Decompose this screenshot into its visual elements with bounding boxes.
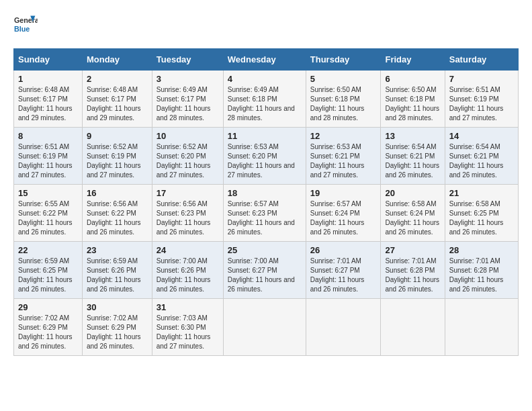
calendar-cell: 13Sunrise: 6:54 AM Sunset: 6:21 PM Dayli… [381, 128, 445, 185]
day-info: Sunrise: 7:00 AM Sunset: 6:27 PM Dayligh… [228, 257, 302, 294]
calendar-cell: 4Sunrise: 6:49 AM Sunset: 6:18 PM Daylig… [223, 71, 306, 128]
calendar-cell: 16Sunrise: 6:56 AM Sunset: 6:22 PM Dayli… [82, 185, 152, 242]
day-number: 27 [385, 245, 440, 255]
calendar-cell: 21Sunrise: 6:58 AM Sunset: 6:25 PM Dayli… [445, 185, 518, 242]
day-info: Sunrise: 6:50 AM Sunset: 6:18 PM Dayligh… [310, 85, 377, 123]
day-info: Sunrise: 6:56 AM Sunset: 6:23 PM Dayligh… [157, 199, 219, 237]
day-number: 9 [87, 131, 148, 141]
day-number: 1 [18, 74, 78, 84]
calendar-cell: 3Sunrise: 6:49 AM Sunset: 6:17 PM Daylig… [152, 71, 223, 128]
day-info: Sunrise: 7:00 AM Sunset: 6:26 PM Dayligh… [157, 257, 219, 294]
day-number: 24 [157, 245, 219, 255]
week-row-2: 8Sunrise: 6:51 AM Sunset: 6:19 PM Daylig… [14, 128, 519, 185]
day-info: Sunrise: 7:03 AM Sunset: 6:30 PM Dayligh… [157, 314, 219, 351]
calendar-cell: 23Sunrise: 6:59 AM Sunset: 6:26 PM Dayli… [82, 242, 152, 299]
calendar-cell: 2Sunrise: 6:48 AM Sunset: 6:17 PM Daylig… [82, 71, 152, 128]
calendar-cell [306, 299, 381, 356]
week-row-3: 15Sunrise: 6:55 AM Sunset: 6:22 PM Dayli… [14, 185, 519, 242]
day-info: Sunrise: 6:54 AM Sunset: 6:21 PM Dayligh… [385, 142, 440, 180]
day-info: Sunrise: 6:52 AM Sunset: 6:20 PM Dayligh… [157, 142, 219, 180]
logo-icon: GeneralBlue [13, 13, 38, 38]
calendar-cell: 20Sunrise: 6:58 AM Sunset: 6:24 PM Dayli… [381, 185, 445, 242]
day-number: 12 [310, 131, 377, 141]
calendar-cell: 24Sunrise: 7:00 AM Sunset: 6:26 PM Dayli… [152, 242, 223, 299]
calendar-cell: 14Sunrise: 6:54 AM Sunset: 6:21 PM Dayli… [445, 128, 518, 185]
column-header-saturday: Saturday [445, 49, 518, 71]
calendar-cell: 26Sunrise: 7:01 AM Sunset: 6:27 PM Dayli… [306, 242, 381, 299]
day-number: 2 [87, 74, 148, 84]
week-row-4: 22Sunrise: 6:59 AM Sunset: 6:25 PM Dayli… [14, 242, 519, 299]
calendar-cell [381, 299, 445, 356]
column-header-tuesday: Tuesday [152, 49, 223, 71]
day-info: Sunrise: 6:58 AM Sunset: 6:24 PM Dayligh… [385, 199, 440, 237]
day-info: Sunrise: 6:53 AM Sunset: 6:20 PM Dayligh… [228, 142, 302, 180]
calendar-header-row: SundayMondayTuesdayWednesdayThursdayFrid… [14, 49, 519, 71]
day-number: 30 [87, 302, 148, 312]
day-info: Sunrise: 6:59 AM Sunset: 6:25 PM Dayligh… [18, 257, 78, 294]
day-number: 3 [157, 74, 219, 84]
day-number: 11 [228, 131, 302, 141]
day-number: 16 [87, 188, 148, 198]
day-number: 4 [228, 74, 302, 84]
svg-text:Blue: Blue [14, 25, 30, 33]
column-header-friday: Friday [381, 49, 445, 71]
day-info: Sunrise: 6:57 AM Sunset: 6:23 PM Dayligh… [228, 199, 302, 237]
day-number: 18 [228, 188, 302, 198]
day-info: Sunrise: 6:48 AM Sunset: 6:17 PM Dayligh… [18, 85, 78, 123]
column-header-monday: Monday [82, 49, 152, 71]
calendar-cell [223, 299, 306, 356]
calendar-cell: 19Sunrise: 6:57 AM Sunset: 6:24 PM Dayli… [306, 185, 381, 242]
calendar-cell: 18Sunrise: 6:57 AM Sunset: 6:23 PM Dayli… [223, 185, 306, 242]
week-row-5: 29Sunrise: 7:02 AM Sunset: 6:29 PM Dayli… [14, 299, 519, 356]
day-info: Sunrise: 7:02 AM Sunset: 6:29 PM Dayligh… [87, 314, 148, 351]
calendar-table: SundayMondayTuesdayWednesdayThursdayFrid… [13, 48, 519, 356]
calendar-cell: 28Sunrise: 7:01 AM Sunset: 6:28 PM Dayli… [445, 242, 518, 299]
calendar-cell [445, 299, 518, 356]
day-number: 28 [449, 245, 514, 255]
day-number: 17 [157, 188, 219, 198]
calendar-cell: 30Sunrise: 7:02 AM Sunset: 6:29 PM Dayli… [82, 299, 152, 356]
day-info: Sunrise: 6:55 AM Sunset: 6:22 PM Dayligh… [18, 199, 78, 237]
day-number: 22 [18, 245, 78, 255]
day-number: 10 [157, 131, 219, 141]
calendar-cell: 6Sunrise: 6:50 AM Sunset: 6:18 PM Daylig… [381, 71, 445, 128]
calendar-cell: 8Sunrise: 6:51 AM Sunset: 6:19 PM Daylig… [14, 128, 83, 185]
day-info: Sunrise: 6:51 AM Sunset: 6:19 PM Dayligh… [449, 85, 514, 123]
day-info: Sunrise: 6:48 AM Sunset: 6:17 PM Dayligh… [87, 85, 148, 123]
day-number: 8 [18, 131, 78, 141]
column-header-wednesday: Wednesday [223, 49, 306, 71]
day-number: 20 [385, 188, 440, 198]
day-number: 15 [18, 188, 78, 198]
day-number: 25 [228, 245, 302, 255]
day-info: Sunrise: 7:01 AM Sunset: 6:28 PM Dayligh… [449, 257, 514, 294]
day-info: Sunrise: 6:56 AM Sunset: 6:22 PM Dayligh… [87, 199, 148, 237]
day-info: Sunrise: 7:01 AM Sunset: 6:28 PM Dayligh… [385, 257, 440, 294]
day-info: Sunrise: 6:52 AM Sunset: 6:19 PM Dayligh… [87, 142, 148, 180]
day-number: 21 [449, 188, 514, 198]
week-row-1: 1Sunrise: 6:48 AM Sunset: 6:17 PM Daylig… [14, 71, 519, 128]
day-info: Sunrise: 6:49 AM Sunset: 6:18 PM Dayligh… [228, 85, 302, 123]
column-header-sunday: Sunday [14, 49, 83, 71]
day-info: Sunrise: 6:53 AM Sunset: 6:21 PM Dayligh… [310, 142, 377, 180]
column-header-thursday: Thursday [306, 49, 381, 71]
day-info: Sunrise: 7:01 AM Sunset: 6:27 PM Dayligh… [310, 257, 377, 294]
day-number: 23 [87, 245, 148, 255]
day-number: 29 [18, 302, 78, 312]
day-number: 31 [157, 302, 219, 312]
calendar-cell: 10Sunrise: 6:52 AM Sunset: 6:20 PM Dayli… [152, 128, 223, 185]
calendar-cell: 29Sunrise: 7:02 AM Sunset: 6:29 PM Dayli… [14, 299, 83, 356]
calendar-cell: 11Sunrise: 6:53 AM Sunset: 6:20 PM Dayli… [223, 128, 306, 185]
day-number: 26 [310, 245, 377, 255]
logo: GeneralBlue [13, 13, 38, 38]
calendar-cell: 15Sunrise: 6:55 AM Sunset: 6:22 PM Dayli… [14, 185, 83, 242]
calendar-cell: 12Sunrise: 6:53 AM Sunset: 6:21 PM Dayli… [306, 128, 381, 185]
day-info: Sunrise: 6:57 AM Sunset: 6:24 PM Dayligh… [310, 199, 377, 237]
page-header: GeneralBlue [13, 13, 519, 38]
day-number: 7 [449, 74, 514, 84]
day-info: Sunrise: 7:02 AM Sunset: 6:29 PM Dayligh… [18, 314, 78, 351]
calendar-cell: 25Sunrise: 7:00 AM Sunset: 6:27 PM Dayli… [223, 242, 306, 299]
day-number: 6 [385, 74, 440, 84]
day-number: 5 [310, 74, 377, 84]
day-number: 13 [385, 131, 440, 141]
day-info: Sunrise: 6:59 AM Sunset: 6:26 PM Dayligh… [87, 257, 148, 294]
